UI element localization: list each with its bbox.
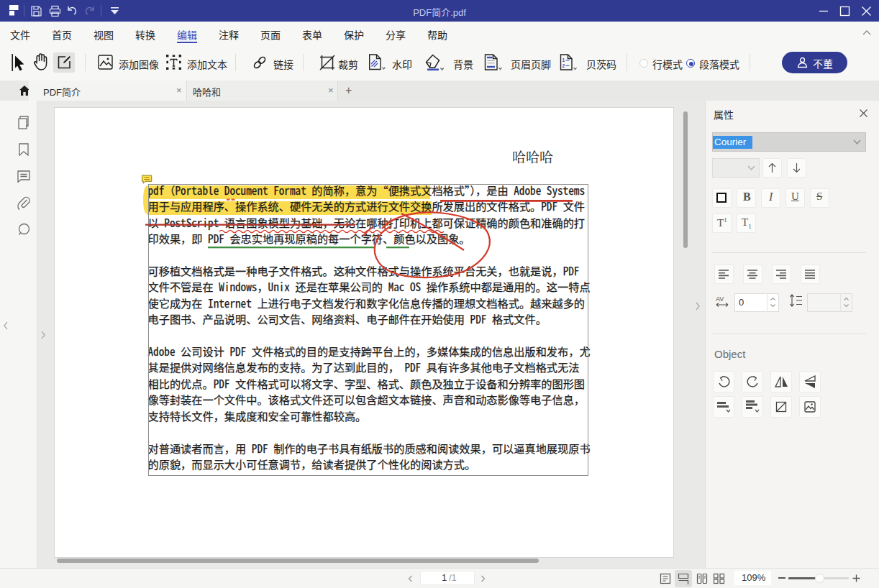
svg-text:2: 2 <box>563 63 565 68</box>
svg-text:AV: AV <box>716 295 724 303</box>
svg-text:1: 1 <box>563 58 565 63</box>
